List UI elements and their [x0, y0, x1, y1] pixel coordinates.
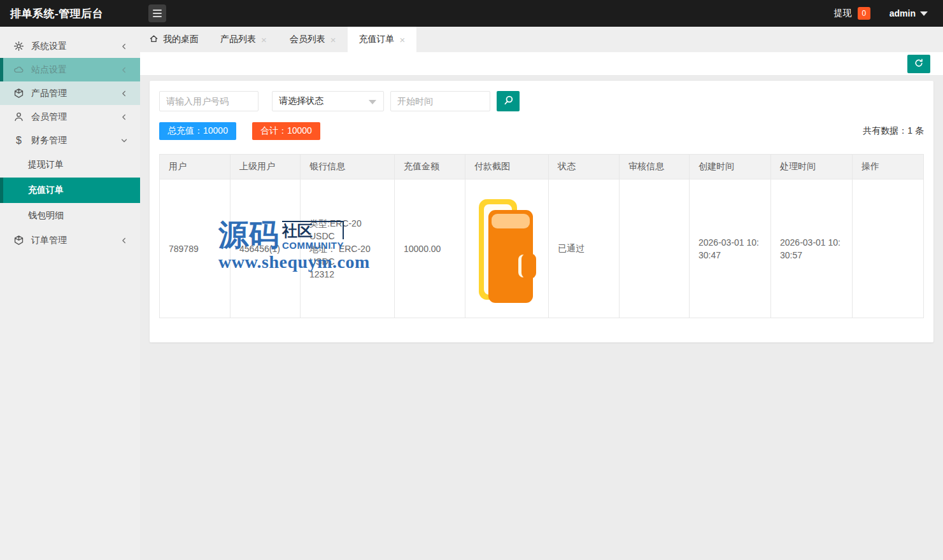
chevron-left-icon — [120, 113, 129, 122]
user-icon — [13, 111, 24, 122]
status-select-value: 请选择状态 — [279, 95, 323, 107]
sidebar-item-label: 站点设置 — [31, 64, 67, 76]
total-recharge-badge: 总充值：10000 — [159, 122, 236, 140]
sidebar-item-site-settings[interactable]: 站点设置 — [0, 58, 140, 81]
sidebar-item-label: 财务管理 — [31, 135, 67, 146]
hamburger-icon — [153, 10, 162, 11]
toolstrip — [140, 52, 943, 76]
sidebar-subitem-recharge-orders[interactable]: 充值订单 — [0, 178, 140, 203]
cell-parent-user: 456456(1) — [230, 179, 301, 318]
summary-row: 总充值：10000 合计：10000 共有数据：1 条 — [159, 122, 924, 140]
cell-bank-info: 类型:ERC-20 USDC 地址： ERC-20 USDC 12312 — [301, 179, 395, 318]
sidebar-subitem-label: 充值订单 — [28, 185, 64, 196]
orders-table: 用户 上级用户 银行信息 充值金额 付款截图 状态 审核信息 创建时间 处理时间… — [159, 154, 924, 318]
chevron-left-icon — [120, 89, 129, 98]
total-badge: 合计：10000 — [252, 122, 320, 140]
user-number-input[interactable] — [159, 91, 259, 111]
chevron-left-icon — [120, 66, 129, 74]
app-root: 排单系统-管理后台 提现 0 admin 系统设置 — [0, 0, 943, 560]
col-header-payment-screenshot: 付款截图 — [465, 155, 549, 179]
tab-label: 会员列表 — [290, 34, 325, 45]
sidebar-subitem-withdraw-orders[interactable]: 提现订单 — [0, 152, 140, 178]
col-header-processed-time: 处理时间 — [771, 155, 853, 179]
cell-created-time: 2026-03-01 10:30:47 — [690, 179, 771, 318]
table-row: 789789 456456(1) 类型:ERC-20 USDC 地址： ERC-… — [160, 179, 924, 318]
withdraw-label: 提现 — [834, 8, 852, 19]
tab-my-desktop[interactable]: 我的桌面 — [140, 27, 209, 52]
app-title: 排单系统-管理后台 — [0, 6, 140, 21]
chevron-left-icon — [120, 236, 129, 245]
topbar-right: 提现 0 admin — [834, 7, 943, 20]
cell-user: 789789 — [160, 179, 230, 318]
sidebar-subitem-wallet-details[interactable]: 钱包明细 — [0, 203, 140, 228]
sidebar-subitem-label: 提现订单 — [28, 159, 64, 171]
filter-row: 请选择状态 — [159, 91, 924, 111]
refresh-icon — [914, 58, 924, 70]
close-icon[interactable]: × — [330, 35, 336, 45]
withdraw-count-badge: 0 — [858, 7, 870, 20]
sidebar-item-member-management[interactable]: 会员管理 — [0, 105, 140, 129]
sidebar-item-label: 产品管理 — [31, 88, 67, 99]
bank-account: 12312 — [309, 268, 385, 281]
cell-payment-screenshot — [465, 179, 549, 318]
col-header-user: 用户 — [160, 155, 230, 179]
tab-label: 我的桌面 — [163, 34, 199, 45]
search-button[interactable] — [497, 91, 520, 111]
bank-type: 类型:ERC-20 USDC — [309, 217, 385, 242]
payment-screenshot-image[interactable] — [478, 193, 536, 305]
col-header-status: 状态 — [549, 155, 620, 179]
sidebar-item-order-management[interactable]: 订单管理 — [0, 228, 140, 252]
col-header-created-time: 创建时间 — [690, 155, 771, 179]
topbar: 排单系统-管理后台 提现 0 admin — [0, 0, 943, 27]
close-icon[interactable]: × — [400, 35, 406, 45]
bank-address: 地址： ERC-20 USDC — [309, 242, 385, 268]
cell-audit-info — [620, 179, 690, 318]
menu-toggle-button[interactable] — [148, 4, 166, 22]
sidebar-item-system-settings[interactable]: 系统设置 — [0, 34, 140, 58]
admin-menu[interactable]: admin — [890, 8, 928, 18]
col-header-amount: 充值金额 — [395, 155, 465, 179]
record-count: 共有数据：1 条 — [863, 125, 924, 137]
content: 请选择状态 总充值：10000 合计：10000 共有数据：1 条 — [140, 76, 943, 560]
start-time-input[interactable] — [390, 91, 490, 111]
sidebar-item-finance-management[interactable]: $ 财务管理 — [0, 129, 140, 152]
withdraw-link[interactable]: 提现 0 — [834, 7, 870, 20]
cell-processed-time: 2026-03-01 10:30:57 — [771, 179, 853, 318]
sidebar-item-label: 系统设置 — [31, 41, 67, 52]
col-header-parent-user: 上级用户 — [230, 155, 301, 179]
admin-username: admin — [890, 8, 916, 18]
tab-product-list[interactable]: 产品列表 × — [209, 27, 278, 52]
home-icon — [149, 34, 159, 45]
col-header-bank-info: 银行信息 — [301, 155, 395, 179]
cell-actions — [853, 179, 924, 318]
sidebar-subitem-label: 钱包明细 — [28, 210, 64, 221]
chevron-down-icon — [920, 11, 928, 16]
col-header-actions: 操作 — [853, 155, 924, 179]
chevron-down-icon — [369, 100, 376, 104]
tab-recharge-orders[interactable]: 充值订单 × — [348, 27, 417, 52]
cell-status: 已通过 — [549, 179, 620, 318]
search-icon — [503, 95, 514, 108]
close-icon[interactable]: × — [261, 35, 267, 45]
cube-icon — [13, 235, 24, 246]
cloud-icon — [13, 64, 24, 75]
tab-label: 充值订单 — [359, 34, 395, 45]
tab-label: 产品列表 — [220, 34, 256, 45]
cube-icon — [13, 88, 24, 99]
sidebar: 系统设置 站点设置 产品管理 会员管理 $ 财务管理 — [0, 27, 140, 560]
cell-amount: 10000.00 — [395, 179, 465, 318]
dollar-icon: $ — [13, 135, 24, 146]
chevron-down-icon — [120, 136, 129, 145]
tab-member-list[interactable]: 会员列表 × — [278, 27, 348, 52]
main-area: 我的桌面 产品列表 × 会员列表 × 充值订单 × — [140, 27, 943, 560]
sidebar-item-label: 订单管理 — [31, 235, 67, 246]
col-header-audit-info: 审核信息 — [620, 155, 690, 179]
tabbar: 我的桌面 产品列表 × 会员列表 × 充值订单 × — [140, 27, 943, 52]
recharge-orders-panel: 请选择状态 总充值：10000 合计：10000 共有数据：1 条 — [150, 81, 933, 342]
refresh-button[interactable] — [907, 55, 930, 73]
gear-icon — [13, 41, 24, 52]
sidebar-item-product-management[interactable]: 产品管理 — [0, 81, 140, 105]
status-select[interactable]: 请选择状态 — [272, 91, 384, 111]
chevron-left-icon — [120, 42, 129, 51]
sidebar-item-label: 会员管理 — [31, 111, 67, 123]
